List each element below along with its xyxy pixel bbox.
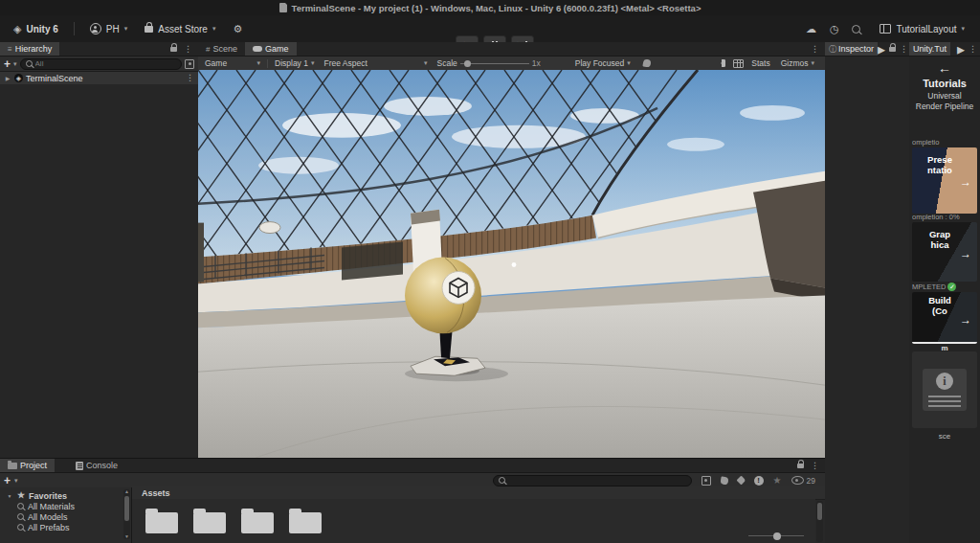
expand-arrow-icon[interactable]: ▶ [4,75,11,81]
tutorial-card-title: Presentatio [927,155,952,176]
tab-project[interactable]: Project [0,459,55,472]
hierarchy-search[interactable] [20,58,182,70]
console-tab-label: Console [86,461,118,470]
cloud-icon[interactable]: ☁ [806,24,816,34]
right-dock: ⓘ Inspector ▸ ⋮ Unity.Tut ▸ ⋮ [825,42,980,543]
scene-row-terminalscene[interactable]: ▶ ◈ TerminalScene ⋮ [0,72,198,84]
row-menu-icon[interactable]: ⋮ [186,74,194,82]
lock-icon[interactable] [170,47,177,52]
tab-hierarchy[interactable]: ≡ Hierarchy [0,42,59,56]
panel-menu-icon[interactable]: ⋮ [811,45,819,54]
scene-name-label: TerminalScene [26,74,83,83]
account-menu[interactable]: PH ▾ [84,21,133,36]
layout-dropdown[interactable]: TutorialLayout ▾ [874,22,970,36]
tutorial-card-placeholder[interactable]: i [912,351,977,428]
create-button[interactable]: + [4,58,11,70]
scroll-thumb[interactable] [817,503,822,520]
next-tab-icon[interactable]: ▸ [957,40,965,58]
chevron-down-icon: ▾ [961,25,965,33]
chevron-down-icon[interactable]: ▾ [13,60,17,68]
thumbnail-size-slider[interactable] [748,535,804,536]
unity-hub-button[interactable]: ◈ Unity 6 [8,22,64,36]
favorite-search-icon[interactable]: ★ [773,476,782,486]
hierarchy-tab-label: Hierarchy [15,44,53,54]
create-asset-button[interactable]: + [4,475,11,486]
gamepad-icon [253,46,262,52]
scroll-down-icon[interactable]: ▼ [123,534,130,539]
scene-grid-icon: # [206,45,210,54]
tab-console[interactable]: Console [68,459,125,472]
panel-menu-icon[interactable]: ⋮ [969,45,977,54]
asset-store-menu[interactable]: Asset Store ▾ [139,22,221,36]
tab-inspector[interactable]: ⓘ Inspector [825,42,878,56]
mute-audio-icon[interactable] [717,59,725,67]
project-search[interactable] [493,475,692,486]
tutorial-card-graphics[interactable]: Graphica → [912,222,977,282]
stats-button[interactable]: Stats [751,58,769,68]
panel-menu-icon[interactable]: ⋮ [811,462,819,470]
scene-icon: ◈ [14,74,23,82]
project-search-input[interactable] [508,476,686,485]
tutorial-completed-label: MPLETED [912,283,946,291]
favorites-group[interactable]: ▼ ★ Favorites [0,490,131,501]
panel-menu-icon[interactable]: ⋮ [900,45,908,54]
game-tab-label: Game [265,44,289,54]
lock-icon[interactable] [889,47,896,52]
search-icon[interactable] [852,25,860,34]
panel-menu-icon[interactable]: ⋮ [184,45,192,54]
assets-breadcrumb[interactable]: Assets [132,486,825,500]
display-dropdown[interactable]: Display 1 ▾ [272,58,317,68]
folder-icon [8,463,17,469]
focus-mode-dropdown[interactable]: Play Focused ▾ [572,58,634,68]
search-by-type-icon[interactable] [702,476,711,486]
hidden-packages-icon[interactable]: ! [754,476,764,486]
search-by-label-icon[interactable] [736,476,746,486]
tab-scene[interactable]: # Scene [198,42,245,56]
tree-scrollbar[interactable]: ▲ ▼ [123,489,130,539]
asset-store-icon [145,26,153,33]
history-icon[interactable]: ◷ [830,24,839,34]
favorite-all-models[interactable]: All Models [0,511,131,522]
assets-scrollbar[interactable] [816,501,823,542]
scene-picking-icon[interactable] [185,59,194,69]
aspect-dropdown[interactable]: Free Aspect ▾ [321,58,430,68]
scale-label: Scale [436,58,457,68]
visibility-toggle[interactable]: 29 [791,476,815,486]
scale-slider-thumb[interactable] [464,60,471,67]
asset-folder[interactable] [241,512,274,533]
tutorial-card-title: Build (Co [927,296,952,317]
chevron-down-icon[interactable]: ▾ [14,477,18,485]
gizmos-dropdown[interactable]: Gizmos ▾ [778,58,817,68]
layout-icon [880,24,891,34]
eye-icon [791,476,804,485]
render-target-dropdown[interactable]: Game ▾ [202,58,263,68]
tutorial-card-presentation[interactable]: Presentatio → [912,147,977,214]
assets-grid [132,499,815,543]
asset-folder[interactable] [289,512,322,533]
lock-icon[interactable] [797,464,804,468]
scroll-up-icon[interactable]: ▲ [123,489,130,494]
slider-thumb[interactable] [773,532,781,540]
inspector-tab-label: Inspector [838,44,874,54]
asset-folder[interactable] [145,512,178,533]
asset-folder[interactable] [193,512,226,533]
favorite-all-materials[interactable]: All Materials [0,501,131,511]
tab-game[interactable]: Game [245,42,297,56]
tutorials-panel: Unity.Tut ▸ ⋮ ← Tutorials Universal Rend… [909,42,980,543]
scale-slider[interactable] [460,63,529,64]
back-button[interactable]: ← [909,60,980,76]
hierarchy-search-input[interactable] [35,59,176,68]
debug-icon[interactable] [642,58,651,67]
tutorial-completion-label: ompletio [912,138,977,147]
scroll-thumb[interactable] [124,496,129,521]
favorite-all-prefabs[interactable]: All Prefabs [0,522,131,532]
text-lines-decoration [928,396,961,397]
expand-icon[interactable]: ▼ [6,493,13,499]
search-by-asset-icon[interactable] [720,476,728,485]
tab-unity-tutorials[interactable]: Unity.Tut [909,42,950,56]
tutorial-card-build[interactable]: Build (Co → [912,292,977,344]
vsync-grid-icon[interactable] [733,59,744,68]
game-viewport[interactable] [198,70,825,458]
settings-button[interactable]: ⚙ [227,22,248,36]
next-tab-icon[interactable]: ▸ [878,40,885,58]
